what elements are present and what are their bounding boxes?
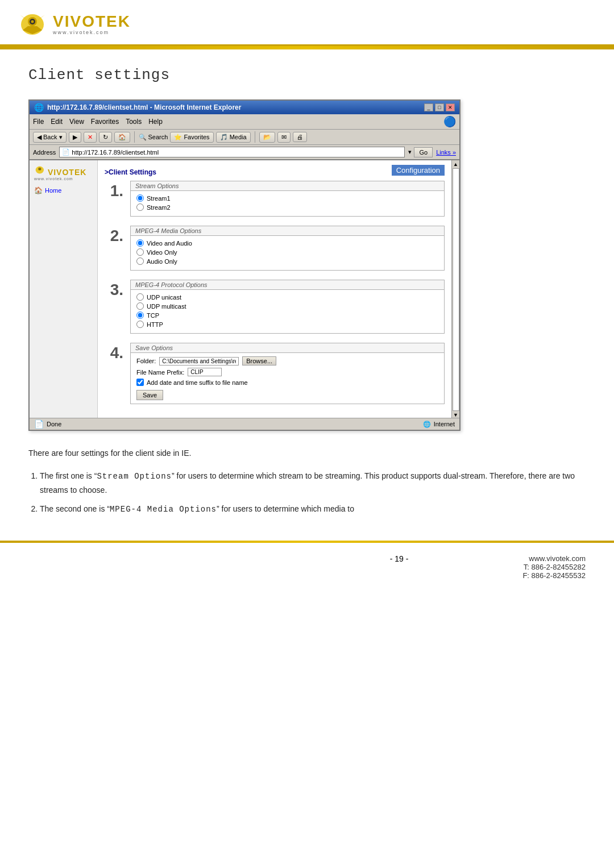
stream1-radio[interactable] (136, 194, 144, 202)
status-page-icon: 📄 (34, 420, 44, 429)
stream2-label: Stream2 (147, 204, 171, 211)
address-go-area: ▾ Go (408, 147, 433, 157)
body-list: The first one is “Stream Options” for us… (40, 470, 586, 517)
section-save-label: Save Options (131, 343, 444, 353)
history-button[interactable]: 📂 (259, 132, 275, 143)
footer: - 19 - www.vivotek.com T: 886-2-82455282… (0, 543, 614, 591)
refresh-button[interactable]: ↻ (99, 132, 112, 143)
home-button[interactable]: 🏠 (114, 132, 130, 143)
datetime-checkbox-row[interactable]: Add date and time suffix to file name (136, 379, 438, 386)
list-item-1: The first one is “Stream Options” for us… (40, 470, 586, 497)
browser-statusbar: 📄 Done 🌐 Internet (30, 418, 459, 430)
titlebar-controls[interactable]: _ □ ✕ (424, 103, 455, 111)
scrollbar[interactable]: ▲ ▼ (451, 160, 459, 418)
status-done: Done (47, 421, 61, 427)
http-radio[interactable] (136, 321, 144, 328)
favorites-label: Favorites (184, 134, 209, 140)
links-button[interactable]: Links » (436, 149, 456, 156)
udp-unicast-label: UDP unicast (147, 294, 181, 301)
back-label: Back ▾ (43, 134, 63, 141)
stream1-option[interactable]: Stream1 (136, 194, 438, 202)
browser-toolbar: ◀ Back ▾ ▶ ✕ ↻ 🏠 🔍 Search ⭐ Favorit (30, 130, 459, 145)
go-button[interactable]: Go (414, 147, 433, 157)
tcp-label: TCP (147, 312, 159, 319)
search-button[interactable]: 🔍 Search (139, 134, 168, 141)
scroll-thumb[interactable] (453, 168, 459, 411)
browser-sidebar: VIVOTEK www.vivotek.com 🏠 Home (30, 160, 98, 418)
menu-edit[interactable]: Edit (51, 118, 63, 126)
svg-point-3 (31, 20, 34, 23)
video-only-option[interactable]: Video Only (136, 248, 438, 256)
print-button[interactable]: 🖨 (293, 132, 307, 142)
http-option[interactable]: HTTP (136, 321, 438, 328)
browser-window: 🌐 http://172.16.7.89/clientset.html - Mi… (28, 99, 460, 431)
browser-icon: 🌐 (34, 103, 44, 112)
video-audio-option[interactable]: Video and Audio (136, 239, 438, 247)
scroll-down-button[interactable]: ▼ (453, 412, 458, 418)
restore-button[interactable]: □ (435, 103, 444, 111)
save-button[interactable]: Save (136, 390, 163, 400)
video-only-radio[interactable] (136, 248, 144, 256)
browser-titlebar: 🌐 http://172.16.7.89/clientset.html - Mi… (30, 101, 459, 114)
section-save-content: Folder: Browse... File Name Prefix: Add … (131, 353, 444, 404)
prefix-input[interactable] (188, 368, 222, 376)
stream1-label: Stream1 (147, 195, 171, 202)
footer-contact: www.vivotek.com T: 886-2-82455282 F: 886… (522, 554, 586, 580)
tcp-radio[interactable] (136, 312, 144, 319)
video-only-label: Video Only (147, 249, 177, 256)
refresh-icon: ↻ (103, 134, 108, 141)
stop-button[interactable]: ✕ (84, 132, 97, 143)
sidebar-item-home[interactable]: 🏠 Home (34, 186, 93, 194)
sidebar-logo-sub: www.vivotek.com (34, 177, 93, 181)
svg-point-10 (39, 168, 40, 169)
star-icon: ⭐ (174, 134, 182, 141)
minimize-button[interactable]: _ (424, 103, 433, 111)
tcp-option[interactable]: TCP (136, 312, 438, 319)
scroll-up-button[interactable]: ▲ (453, 161, 458, 167)
step-1-number: 1. (105, 181, 130, 222)
sidebar-logo: VIVOTEK www.vivotek.com (34, 165, 93, 181)
forward-arrow-icon: ▶ (73, 134, 77, 141)
media-button[interactable]: 🎵 Media (216, 132, 251, 143)
section-protocol-content: UDP unicast UDP multicast TCP (131, 290, 444, 333)
audio-only-label: Audio Only (147, 258, 177, 265)
udp-unicast-radio[interactable] (136, 293, 144, 301)
media-icon: 🎵 (220, 134, 228, 141)
video-audio-label: Video and Audio (147, 240, 192, 247)
mail-button[interactable]: ✉ (277, 132, 291, 143)
forward-button[interactable]: ▶ (69, 132, 81, 143)
section-protocol-options: MPEG-4 Protocol Options UDP unicast UDP … (130, 280, 445, 334)
section-save-options: Save Options Folder: Browse... File Name… (130, 343, 445, 404)
back-button[interactable]: ◀ Back ▾ (33, 132, 67, 143)
folder-input[interactable] (159, 357, 239, 366)
udp-multicast-radio[interactable] (136, 302, 144, 310)
menu-file[interactable]: File (33, 118, 44, 126)
menu-tools[interactable]: Tools (126, 118, 142, 126)
stream-options-term: Stream Options (97, 472, 172, 481)
udp-unicast-option[interactable]: UDP unicast (136, 293, 438, 301)
back-arrow-icon: ◀ (37, 134, 42, 141)
close-button[interactable]: ✕ (446, 103, 455, 111)
video-audio-radio[interactable] (136, 239, 144, 247)
address-bar[interactable]: 📄 http://172.16.7.89/clientset.html (59, 147, 405, 157)
stream2-radio[interactable] (136, 203, 144, 211)
section-media-label: MPEG-4 Media Options (131, 226, 444, 236)
step-4-number: 4. (105, 343, 130, 410)
menu-help[interactable]: Help (148, 118, 163, 126)
datetime-checkbox-label: Add date and time suffix to file name (147, 379, 248, 386)
menu-favorites[interactable]: Favorites (91, 118, 119, 126)
udp-multicast-option[interactable]: UDP multicast (136, 302, 438, 310)
browse-button[interactable]: Browse... (242, 356, 276, 366)
internet-label: Internet (434, 421, 455, 427)
audio-only-radio[interactable] (136, 258, 144, 265)
stream2-option[interactable]: Stream2 (136, 203, 438, 211)
favorites-button[interactable]: ⭐ Favorites (170, 132, 213, 143)
step-1-layout: 1. Stream Options Stream1 Stream2 (105, 181, 445, 222)
datetime-checkbox[interactable] (136, 379, 144, 386)
header: VIVOTEK www.vivotek.com (0, 0, 614, 46)
mpeg4-media-term: MPEG-4 Media Options (110, 505, 217, 514)
udp-multicast-label: UDP multicast (147, 303, 186, 310)
audio-only-option[interactable]: Audio Only (136, 258, 438, 265)
footer-website: www.vivotek.com (522, 554, 586, 563)
menu-view[interactable]: View (69, 118, 84, 126)
